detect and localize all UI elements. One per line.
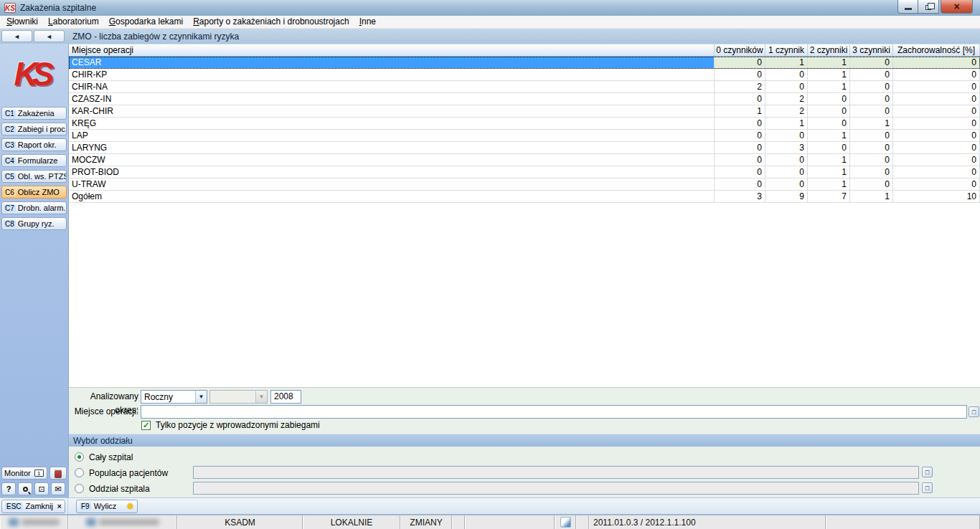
only-procedures-checkbox[interactable]: ✓ bbox=[141, 421, 151, 430]
ward-picker-button[interactable]: □ bbox=[922, 482, 933, 493]
minimize-button[interactable] bbox=[897, 0, 918, 14]
arrow-left-icon: ◄ bbox=[14, 33, 20, 40]
action-bar: ESC Zamknij × F9 Wylicz ✹ bbox=[0, 497, 980, 514]
ward-picker-button[interactable]: □ bbox=[922, 467, 933, 477]
monitor-button[interactable]: Monitor 1 bbox=[1, 467, 47, 480]
value-cell: 1 bbox=[850, 118, 893, 129]
menu-item[interactable]: Inne bbox=[355, 16, 382, 28]
screenshot-button[interactable]: ⊡ bbox=[34, 482, 49, 495]
value-cell: 0 bbox=[850, 69, 893, 80]
restore-button[interactable] bbox=[918, 0, 939, 14]
value-cell: 0 bbox=[715, 166, 765, 178]
value-cell: 0 bbox=[715, 93, 765, 105]
sidebar-item-c2[interactable]: C2Zabiegi i proc. bbox=[1, 123, 67, 135]
ward-section-header: Wybór oddziału bbox=[69, 434, 980, 447]
status-segment bbox=[0, 515, 68, 529]
subperiod-select[interactable]: ▼ bbox=[209, 390, 268, 404]
table-row[interactable]: CHIR-NA20100 bbox=[69, 81, 980, 93]
sidebar-item-c5[interactable]: C5Obl. ws. PTZS bbox=[1, 170, 67, 183]
value-cell: 0 bbox=[850, 93, 893, 105]
column-header[interactable]: Miejsce operacji bbox=[69, 44, 715, 56]
menu-bar: SłownikiLaboratoriumGospodarka lekamiRap… bbox=[0, 16, 980, 29]
value-cell: 0 bbox=[850, 166, 893, 178]
only-procedures-label: Tylko pozycje z wprowadzonymi zabiegami bbox=[156, 420, 320, 431]
value-cell: 0 bbox=[850, 105, 893, 117]
sidebar-item-c8[interactable]: C8Grupy ryz. bbox=[1, 217, 67, 230]
value-cell: 2 bbox=[765, 105, 808, 117]
value-cell: 0 bbox=[850, 154, 893, 166]
value-cell: 7 bbox=[808, 191, 850, 202]
ward-input[interactable] bbox=[193, 482, 919, 495]
value-cell: 0 bbox=[893, 105, 980, 117]
column-header[interactable]: 0 czynników bbox=[715, 44, 765, 56]
calculator-icon bbox=[55, 469, 62, 478]
row-name-cell: KAR-CHIR bbox=[69, 105, 715, 117]
value-cell: 0 bbox=[808, 118, 850, 129]
window-title: Zakażenia szpitalne bbox=[20, 3, 96, 13]
table-row[interactable]: Ogółem397110 bbox=[69, 191, 980, 203]
calculate-button[interactable]: F9 Wylicz ✹ bbox=[76, 500, 138, 513]
status-segment: KSADM bbox=[177, 515, 303, 529]
ward-input[interactable] bbox=[193, 466, 919, 479]
period-select[interactable]: Roczny▼ bbox=[141, 390, 207, 404]
place-input[interactable] bbox=[141, 405, 967, 419]
value-cell: 1 bbox=[808, 130, 850, 141]
year-field[interactable]: 2008 bbox=[270, 390, 301, 404]
grid-header: Miejsce operacji0 czynników1 czynnik2 cz… bbox=[69, 44, 980, 57]
value-cell: 0 bbox=[850, 81, 893, 92]
search-button[interactable] bbox=[18, 482, 32, 495]
column-header[interactable]: 2 czynniki bbox=[808, 44, 850, 56]
menu-item[interactable]: Raporty o zakażeniach i drobnoustrojach bbox=[189, 16, 354, 28]
close-button[interactable]: × bbox=[941, 0, 973, 14]
nav-back2-button[interactable]: ◄ bbox=[34, 30, 65, 42]
close-view-button[interactable]: ESC Zamknij × bbox=[1, 500, 65, 513]
table-row[interactable]: U-TRAW00100 bbox=[69, 178, 980, 191]
menu-item[interactable]: Laboratorium bbox=[44, 16, 105, 28]
table-row[interactable]: LARYNG03000 bbox=[69, 142, 980, 154]
table-row[interactable]: PROT-BIOD00100 bbox=[69, 166, 980, 178]
status-bar: KSADMLOKALNIEZMIANY2011.01.0.3 / 2012.1.… bbox=[0, 514, 980, 529]
value-cell: 2 bbox=[715, 81, 765, 92]
status-segment: 2011.01.0.3 / 2012.1.1.100 bbox=[589, 515, 826, 529]
column-header[interactable]: Zachorowalność [%] bbox=[893, 44, 980, 56]
square-icon: □ bbox=[972, 409, 976, 416]
status-device-icon bbox=[560, 517, 571, 528]
menu-item[interactable]: Słowniki bbox=[2, 16, 44, 28]
table-row[interactable]: KAR-CHIR12000 bbox=[69, 105, 980, 118]
table-row[interactable]: LAP00100 bbox=[69, 130, 980, 142]
place-picker-button[interactable]: □ bbox=[969, 406, 979, 417]
row-name-cell: PROT-BIOD bbox=[69, 166, 715, 178]
column-header[interactable]: 3 czynniki bbox=[850, 44, 893, 56]
column-header[interactable]: 1 czynnik bbox=[765, 44, 808, 56]
row-name-cell: CESAR bbox=[69, 57, 715, 68]
table-row[interactable]: CESAR01100 bbox=[69, 57, 980, 69]
table-row[interactable]: MOCZW00100 bbox=[69, 154, 980, 166]
status-segment bbox=[465, 515, 555, 529]
mail-button[interactable]: ✉ bbox=[51, 482, 65, 495]
menu-item[interactable]: Gospodarka lekami bbox=[105, 16, 189, 28]
table-row[interactable]: CZASZ-IN02000 bbox=[69, 93, 980, 105]
value-cell: 0 bbox=[765, 154, 808, 166]
value-cell: 0 bbox=[893, 166, 980, 178]
nav-back-button[interactable]: ◄ bbox=[1, 30, 32, 42]
sidebar-item-c1[interactable]: C1Zakażenia bbox=[1, 107, 67, 120]
title-bar: KS Zakażenia szpitalne × bbox=[0, 0, 980, 16]
radio-option[interactable]: Oddział szpitala bbox=[75, 482, 150, 495]
radio-option[interactable]: Populacja pacjentów bbox=[75, 467, 168, 479]
sidebar-item-c6[interactable]: C6Oblicz ZMO bbox=[1, 186, 67, 199]
calculator-button[interactable] bbox=[50, 467, 67, 480]
row-name-cell: LAP bbox=[69, 130, 715, 141]
sidebar-item-c3[interactable]: C3Raport okr. bbox=[1, 138, 67, 151]
table-row[interactable]: KRĘG01010 bbox=[69, 118, 980, 130]
ward-options-area: Cały szpitalPopulacja pacjentów□Oddział … bbox=[69, 447, 980, 497]
radio-option[interactable]: Cały szpital bbox=[75, 451, 133, 463]
value-cell: 0 bbox=[893, 81, 980, 92]
app-icon: KS bbox=[4, 3, 16, 13]
table-row[interactable]: CHIR-KP00100 bbox=[69, 69, 980, 81]
value-cell: 0 bbox=[808, 105, 850, 117]
sidebar-item-c7[interactable]: C7Drobn. alarm. bbox=[1, 201, 67, 214]
sidebar-item-c4[interactable]: C4Formularze bbox=[1, 154, 67, 167]
value-cell: 0 bbox=[765, 69, 808, 80]
help-button[interactable]: ? bbox=[1, 482, 16, 495]
status-segment bbox=[68, 515, 177, 529]
